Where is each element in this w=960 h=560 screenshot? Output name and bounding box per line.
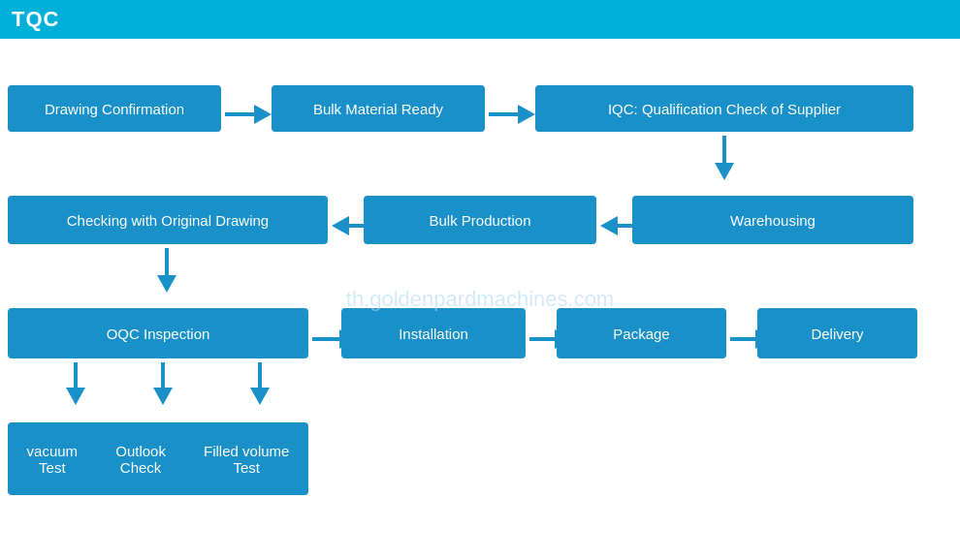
arrow-d-iqc [715, 136, 734, 180]
bulk-material-ready-box: Bulk Material Ready [272, 85, 485, 132]
oqc-inspection-box: OQC Inspection [8, 308, 308, 358]
outlook-check-col: Outlook Check [115, 443, 166, 476]
header-arrow [155, 0, 182, 39]
delivery-box: Delivery [757, 308, 917, 358]
vacuum-test-box: vacuum Test Outlook Check Filled volume … [8, 422, 308, 495]
iqc-box: IQC: Qualification Check of Supplier [535, 85, 913, 132]
header: TQC [0, 0, 960, 39]
arrow-d-oqc-1 [66, 362, 85, 405]
arrow-r1-1 [225, 105, 272, 124]
installation-box: Installation [341, 308, 526, 358]
filled-volume-test-col: Filled volume Test [204, 443, 289, 476]
checking-original-box: Checking with Original Drawing [8, 196, 328, 244]
header-title: TQC [12, 7, 59, 32]
arrow-d-checking [157, 248, 176, 293]
arrow-d-oqc-2 [153, 362, 173, 405]
drawing-confirmation-box: Drawing Confirmation [8, 85, 221, 132]
arrow-d-oqc-3 [250, 362, 270, 405]
arrow-r1-2 [489, 105, 535, 124]
bulk-production-box: Bulk Production [364, 196, 596, 244]
warehousing-box: Warehousing [632, 196, 913, 244]
vacuum-test-col: vacuum Test [27, 443, 79, 476]
main-content: th.goldenpardmachines.com Drawing Confir… [0, 39, 960, 560]
package-box: Package [557, 308, 726, 358]
